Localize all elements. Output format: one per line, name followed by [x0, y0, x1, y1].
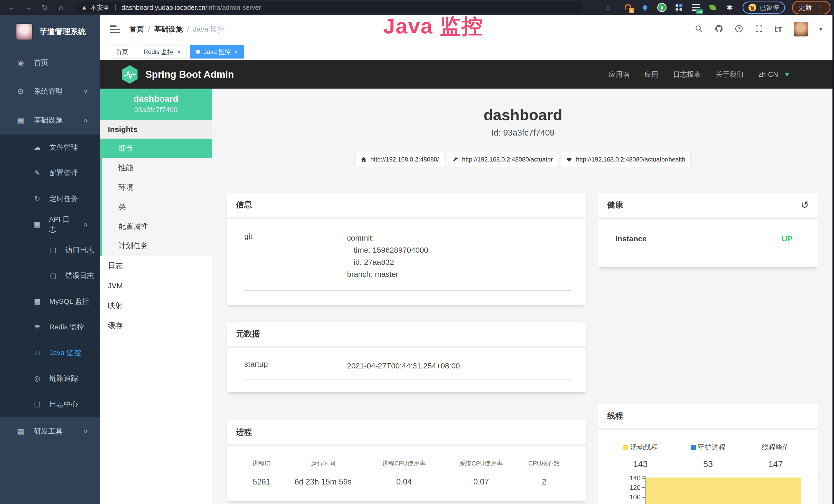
legend-daemon-threads[interactable]: 守护进程 [674, 443, 742, 452]
sidebar-item-scheduled-jobs[interactable]: ↻ 定时任务 [0, 186, 100, 211]
sba-item-jvm[interactable]: JVM [100, 276, 212, 296]
legend-peak-threads: 线程峰值 [742, 443, 809, 452]
extension-leaf-icon[interactable] [708, 2, 718, 13]
metadata-card-title: 元数据 [227, 322, 586, 346]
sidebar-logo-row[interactable]: 芋道管理系统 [0, 15, 100, 48]
breadcrumb-infra[interactable]: 基础设施 [154, 24, 183, 34]
sba-nav-journal[interactable]: 日志报表 [673, 70, 701, 79]
help-icon[interactable] [734, 24, 743, 34]
address-bar[interactable]: ▲ 不安全 dashboard.yudao.iocoder.cn/infra/a… [74, 2, 583, 13]
service-url-button[interactable]: http://192.168.0.2:48080/ [355, 152, 444, 167]
app-title: 芋道管理系统 [40, 26, 86, 37]
sidebar-item-java-monitor[interactable]: ⊡ Java 监控 [0, 340, 100, 366]
sidebar-item-access-log[interactable]: ▢ 访问日志 [0, 237, 100, 263]
threads-area-chart: 140 120 100 [618, 476, 802, 504]
active-dot-icon [196, 50, 200, 54]
security-indicator[interactable]: ▲ 不安全 [81, 3, 110, 12]
edit-icon: ✎ [33, 169, 42, 177]
sidebar-item-log-center[interactable]: ▢ 日志中心 [0, 391, 100, 417]
info-key: git [244, 232, 347, 280]
sba-item-environment[interactable]: 环境 [102, 178, 212, 197]
sidebar-item-redis-monitor[interactable]: ≣ Redis 监控 [0, 314, 100, 340]
sba-item-classes[interactable]: 类 [102, 197, 212, 217]
instance-app-name: dashboard [100, 94, 212, 104]
health-url-button[interactable]: http://192.168.0.2:48080/actuator/health [561, 152, 691, 167]
fullscreen-icon[interactable] [755, 24, 763, 34]
forward-icon[interactable]: → [24, 3, 33, 12]
sba-brand[interactable]: Spring Boot Admin [121, 65, 234, 84]
github-icon[interactable] [715, 24, 723, 34]
sidebar-item-home[interactable]: ◉ 首页 [0, 48, 100, 77]
grid-icon [675, 4, 683, 11]
extensions-puzzle-icon[interactable]: ✱ [725, 2, 735, 13]
tab-home[interactable]: 首页 [110, 45, 134, 59]
log-edit-icon: ▢ [49, 246, 58, 254]
metadata-key: startup [244, 360, 347, 372]
legend-live-threads[interactable]: 活动线程 [607, 443, 674, 452]
tab-redis-monitor[interactable]: Redis 监控 × [138, 45, 186, 59]
chart-plot-area [645, 476, 802, 504]
infra-submenu: ☁ 文件管理 ✎ 配置管理 ↻ 定时任务 ▣ API 日志 ∧ ▢ 访问日志 ▢… [0, 135, 100, 417]
sba-nav-applications[interactable]: 应用 [644, 70, 658, 79]
extension-grid-icon[interactable] [674, 2, 684, 13]
puzzle-icon: ✱ [726, 3, 733, 12]
tab-close-icon[interactable]: × [234, 48, 238, 55]
process-col-value: 0.04 [366, 477, 443, 486]
extension-y-icon[interactable]: y [657, 2, 667, 13]
monitor-icon: ▤ [16, 116, 25, 125]
extension-list-icon[interactable]: on [691, 2, 701, 13]
sidebar-item-error-log[interactable]: ▢ 错误日志 [0, 263, 100, 289]
sba-item-details[interactable]: 细节 [102, 139, 212, 158]
extension-pin-icon[interactable] [640, 2, 650, 13]
tab-java-monitor[interactable]: Java 监控 × [190, 45, 244, 59]
app-logo [16, 23, 33, 40]
sidebar-item-api-log[interactable]: ▣ API 日志 ∧ [0, 211, 100, 237]
browser-update-button[interactable]: 更新 ⋮ [792, 1, 830, 15]
extension-refresh-icon[interactable]: 1 [623, 2, 633, 13]
sidebar-item-file-manage[interactable]: ☁ 文件管理 [0, 135, 100, 160]
search-icon[interactable] [695, 24, 703, 34]
sba-item-config-props[interactable]: 配置属性 [102, 217, 212, 236]
legend-peak-value: 147 [742, 459, 809, 469]
actuator-url-button[interactable]: http://192.168.0.2:48080/actuator [447, 152, 558, 167]
sba-brand-title: Spring Boot Admin [146, 69, 234, 80]
tab-close-icon[interactable]: × [177, 48, 180, 55]
back-icon[interactable]: ← [7, 3, 17, 12]
sidebar-item-system[interactable]: ⚙ 系统管理 ∨ [0, 77, 100, 106]
instance-id: 93a3fc7f7409 [100, 106, 212, 114]
home-icon[interactable]: ⌂ [57, 3, 66, 12]
sba-item-mappings[interactable]: 映射 [100, 296, 212, 316]
sidebar-item-config-manage[interactable]: ✎ 配置管理 [0, 160, 100, 186]
sba-item-metrics[interactable]: 性能 [102, 158, 212, 178]
gear-icon: ⚙ [16, 87, 25, 96]
chrome-menu-icon[interactable]: ⋮ [816, 3, 824, 12]
user-avatar[interactable] [794, 22, 808, 37]
bookmark-star-icon[interactable]: ☆ [603, 3, 613, 12]
profile-paused-chip[interactable]: 已暂停 [743, 2, 785, 14]
avatar-caret-icon[interactable]: ▾ [819, 26, 822, 32]
reload-icon[interactable]: ↻ [40, 3, 49, 12]
heartbeat-icon [566, 156, 572, 162]
sba-item-caches[interactable]: 缓存 [100, 316, 212, 336]
sba-nav-about[interactable]: 关于我们 [716, 70, 744, 79]
sba-item-logs[interactable]: 日志 [100, 256, 212, 276]
hamburger-icon[interactable] [110, 25, 120, 33]
breadcrumb-current: Java 监控 [193, 24, 225, 34]
history-icon[interactable]: ↺ [800, 199, 809, 210]
sidebar-item-tracing[interactable]: ◎ 链路追踪 [0, 366, 100, 391]
sidebar-item-dev-tools[interactable]: ▩ 研发工具 ∨ [0, 417, 100, 446]
locale-caret-icon[interactable]: ▼ [784, 71, 790, 78]
sba-item-scheduled-tasks[interactable]: 计划任务 [102, 236, 212, 256]
omnibox-divider [115, 4, 116, 11]
screen-icon: ⊡ [33, 349, 42, 357]
sba-nav-wallboard[interactable]: 应用墙 [609, 70, 630, 79]
instance-header[interactable]: dashboard 93a3fc7f7409 [100, 89, 212, 120]
briefcase-icon: ▩ [16, 427, 25, 436]
sidebar-group-insights[interactable]: Insights [100, 120, 212, 139]
sidebar-item-mysql-monitor[interactable]: ▦ MySQL 监控 [0, 289, 100, 314]
sba-locale-select[interactable]: zh-CN [759, 71, 778, 78]
sidebar-item-infra[interactable]: ▤ 基础设施 ∧ [0, 106, 100, 135]
font-size-icon[interactable]: 𝗍T [775, 25, 782, 34]
sba-instance-sidebar: dashboard 93a3fc7f7409 Insights 细节 性能 环境… [100, 89, 212, 504]
breadcrumb-home[interactable]: 首页 [129, 24, 144, 34]
